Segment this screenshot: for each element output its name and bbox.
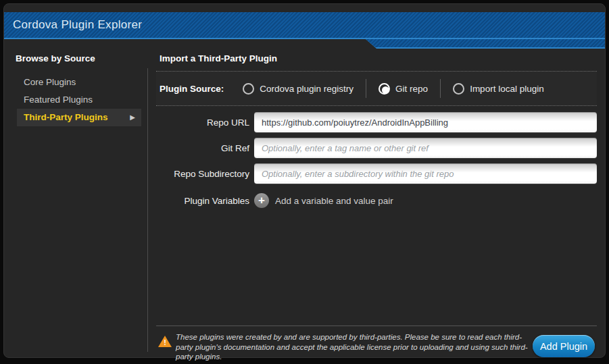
option-divider [440,79,441,98]
sidebar-item-featured-plugins[interactable]: Featured Plugins [4,91,147,109]
radio-git-repo[interactable]: Git repo [379,83,428,95]
footer: ! These plugins were created by and are … [156,326,597,359]
repo-subdirectory-row: Repo Subdirectory [156,163,597,184]
sidebar-item-label: Core Plugins [24,77,76,87]
git-ref-label: Git Ref [156,143,249,153]
add-variable-link[interactable]: Add a variable and value pair [275,196,393,206]
sidebar-heading: Browse by Source [16,53,95,63]
radio-icon [243,83,254,95]
plugin-explorer-window: Cordova Plugin Explorer Browse by Source… [3,3,606,358]
plugin-variables-label: Plugin Variables [156,196,249,206]
sidebar: Core Plugins Featured Plugins Third-Part… [4,74,147,126]
sidebar-item-third-party-plugins[interactable]: Third-Party Plugins ▶ [17,109,141,126]
warning-icon: ! [158,336,172,347]
repo-url-row: Repo URL [156,112,597,132]
import-form: Repo URL Git Ref Repo Subdirectory Plugi… [156,112,597,208]
radio-icon [453,83,464,95]
sidebar-item-label: Featured Plugins [24,95,93,105]
add-variable-plus-icon[interactable]: + [254,193,269,208]
radio-cordova-plugin-registry[interactable]: Cordova plugin registry [243,83,354,95]
radio-label: Import local plugin [470,84,544,94]
repo-subdirectory-input[interactable] [254,163,597,184]
repo-url-label: Repo URL [156,118,249,128]
plugin-variables-row: Plugin Variables + Add a variable and va… [156,193,597,208]
repo-url-input[interactable] [254,112,597,132]
page-title: Import a Third-Party Plugin [160,53,277,63]
git-ref-row: Git Ref [156,138,597,158]
window-title: Cordova Plugin Explorer [4,18,142,32]
add-plugin-button[interactable]: Add Plugin [533,335,595,357]
radio-label: Git repo [395,84,428,94]
radio-import-local-plugin[interactable]: Import local plugin [453,83,544,95]
main-content: Import a Third-Party Plugin Plugin Sourc… [156,4,597,357]
chevron-right-icon: ▶ [130,109,135,126]
sidebar-divider [147,68,148,352]
option-divider [366,79,366,98]
git-ref-input[interactable] [254,138,597,158]
repo-subdirectory-label: Repo Subdirectory [156,169,249,179]
sidebar-item-core-plugins[interactable]: Core Plugins [4,74,147,91]
radio-selected-icon [379,83,390,95]
radio-label: Cordova plugin registry [260,84,354,94]
plugin-source-row: Plugin Source: Cordova plugin registry G… [156,71,597,106]
plugin-source-label: Plugin Source: [160,84,224,94]
sidebar-item-label: Third-Party Plugins [24,112,108,122]
third-party-disclaimer: These plugins were created by and are su… [176,332,533,362]
